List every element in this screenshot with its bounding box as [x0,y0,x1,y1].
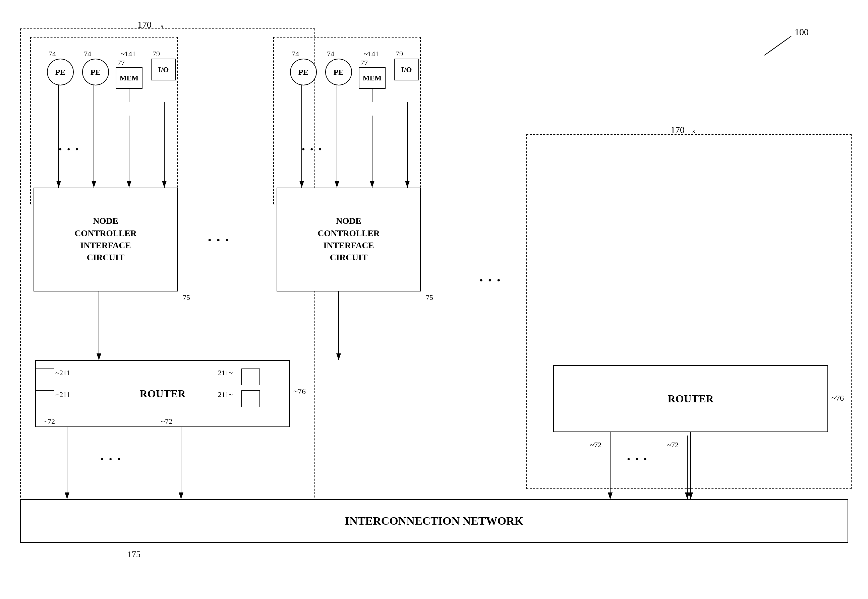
ref-141-1: ~141 [121,50,136,58]
interconnection-network-label: INTERCONNECTION NETWORK [345,515,523,527]
ref-75-right: 75 [426,293,433,302]
ref-77-2: 77 [361,59,368,67]
node-controller-2-label: NODE CONTROLLER INTERFACE CIRCUIT [318,215,380,264]
ref-76-right: ~76 [832,394,844,403]
dots-right-outer: • • • [479,275,502,286]
mem2-label: MEM [363,74,382,83]
ref-72-4: ~72 [667,441,679,449]
port-211-3 [242,369,260,385]
diagram: 100 170 s PE 74 PE 74 MEM 77 I/O 79 ~141… [0,0,868,599]
dots-router-arrows: • • • [101,454,122,465]
dots-between-controllers: • • • [208,235,230,246]
svg-line-29 [768,36,791,53]
svg-line-25 [764,39,788,55]
ref-76-left: ~76 [293,387,306,396]
ref-170-right: 170 [670,125,685,135]
pe3-circle: PE [290,59,317,86]
io1-box: I/O [151,59,176,80]
pe4-circle: PE [325,59,352,86]
ref-79-1: 79 [152,50,160,58]
router-right-box: ROUTER [553,365,828,432]
ref-211-3: 211~ [218,369,232,377]
io2-box: I/O [394,59,419,80]
node-controller-1: NODE CONTROLLER INTERFACE CIRCUIT [33,188,178,292]
ref-141-2: ~141 [364,50,379,58]
ref-175: 175 [127,549,140,560]
mem1-box: MEM [116,67,142,89]
dots-pe-left1: • • • [59,144,80,155]
ref-79-2: 79 [396,50,403,58]
ref-211-1: ~211 [55,369,70,377]
ref-74-3: 74 [292,50,299,58]
ref-72-2: ~72 [161,417,172,426]
pe2-circle: PE [82,59,109,86]
pe3-label: PE [298,68,309,77]
pe2-label: PE [91,68,101,77]
ref-170-left: 170 [137,20,151,30]
pe1-circle: PE [47,59,74,86]
port-211-1 [36,369,54,385]
ref-75-left: 75 [183,293,190,302]
ref-74-4: 74 [327,50,334,58]
io1-label: I/O [158,65,169,74]
dots-pe-left2: • • • [302,144,323,155]
ref-77-1: 77 [117,59,125,67]
node-controller-1-label: NODE CONTROLLER INTERFACE CIRCUIT [75,215,137,264]
ref-72-1: ~72 [44,417,55,426]
pe4-label: PE [334,68,344,77]
outer-dashed-box-right [526,134,851,489]
ref-74-2: 74 [84,50,91,58]
router-left-label: ROUTER [140,388,186,400]
ref-72-3: ~72 [590,441,601,449]
ref-74-1: 74 [48,50,56,58]
mem1-label: MEM [120,74,139,83]
node-controller-2: NODE CONTROLLER INTERFACE CIRCUIT [276,188,421,292]
ref-211-4: 211~ [218,390,232,399]
pe1-label: PE [55,68,66,77]
interconnection-network-box: INTERCONNECTION NETWORK [20,499,848,543]
ref-211-2: ~211 [55,390,70,399]
router-right-label: ROUTER [668,393,714,405]
port-211-2 [36,390,54,407]
port-211-4 [242,390,260,407]
ref-100: 100 [795,27,809,38]
io2-label: I/O [401,65,412,74]
mem2-box: MEM [359,67,386,89]
dots-router-right: • • • [627,454,648,465]
